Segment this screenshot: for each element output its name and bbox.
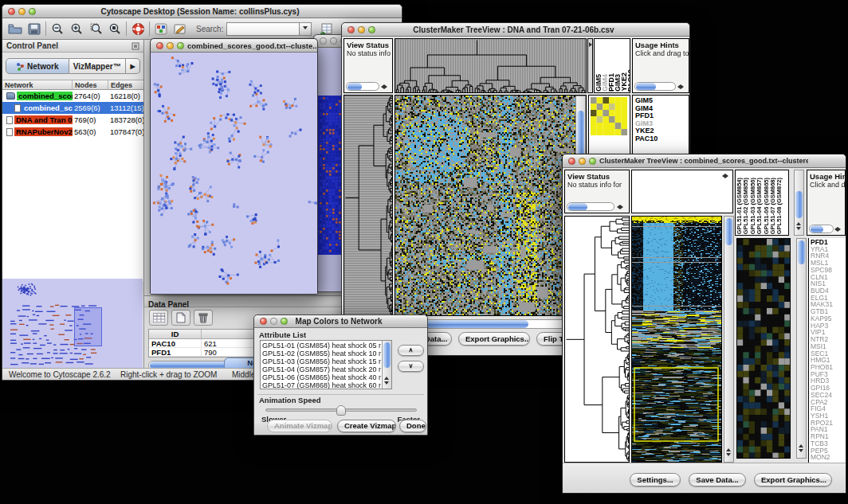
table-col-id[interactable]: ID: [149, 330, 202, 338]
gene-dendrogram-pane[interactable]: [344, 95, 393, 316]
attribute-list-item[interactable]: GPL51-01 (GSM854) heat shock 05 min: [261, 342, 381, 350]
edge-count: 183728(0): [108, 115, 143, 124]
network-name: combined_sco: [22, 104, 73, 112]
export-graphics-button[interactable]: Export Graphics...: [754, 473, 832, 486]
view-status-scrollbar[interactable]: [567, 202, 614, 211]
zoom-button[interactable]: [177, 42, 184, 49]
create-vizmap-button[interactable]: Create Vizmap: [337, 420, 396, 432]
float-panel-icon[interactable]: [132, 39, 139, 53]
usage-hints-title: Usage Hints: [633, 39, 689, 49]
divider-strip[interactable]: [587, 38, 593, 93]
move-up-button[interactable]: ∧: [398, 345, 424, 356]
minimize-button[interactable]: [358, 26, 365, 33]
create-attribute-button[interactable]: [171, 310, 190, 326]
move-down-button[interactable]: ∨: [398, 361, 424, 372]
attribute-list-item[interactable]: GPL51-03 (GSM856) heat shock 15 min: [261, 357, 381, 365]
window-controls: [8, 8, 36, 15]
minimize-button[interactable]: [270, 318, 277, 325]
attribute-list-scrollbar[interactable]: [382, 341, 391, 389]
usage-hints-panel: Usage Hints Click and drag to: [807, 170, 846, 236]
minimize-button[interactable]: [167, 42, 174, 49]
zoom-button[interactable]: [281, 318, 288, 325]
network-list-row[interactable]: RNAPuberNov2+563(0)107847(0): [2, 126, 143, 138]
zoom-in-button[interactable]: [67, 21, 86, 37]
attribute-list-item[interactable]: GPL51-07 (GSM868) heat shock 60 min: [261, 381, 381, 389]
network1-title-bar[interactable]: combined_scores_good.txt--cluste...: [151, 39, 317, 53]
global-view-vscrollbar[interactable]: [724, 216, 734, 463]
close-button[interactable]: [8, 8, 15, 15]
network-list-row[interactable]: combined_sco2569(6)13112(15): [2, 102, 143, 114]
zoom-selected-button[interactable]: [86, 21, 105, 37]
attribute-list-label: Attribute List: [259, 330, 306, 339]
attribute-list-item[interactable]: GPL51-06 (GSM865) heat shock 40 min: [261, 373, 381, 381]
heatmap-global-view[interactable]: [395, 95, 587, 316]
settings-button[interactable]: Settings...: [630, 473, 681, 486]
animate-vizmap-button[interactable]: Animate Vizmap: [267, 420, 332, 432]
zoom-button[interactable]: [368, 26, 375, 33]
attribute-list-item[interactable]: GPL51-04 (GSM857) heat shock 20 min: [261, 365, 381, 373]
gene-dendrogram-pane[interactable]: [564, 216, 630, 463]
edge-count: 107847(0): [108, 127, 143, 136]
zoom-view-vscrollbar[interactable]: [796, 238, 807, 459]
network-table-header[interactable]: Network Nodes Edges: [2, 80, 143, 90]
search-dropdown-button[interactable]: [300, 22, 312, 36]
control-panel-title: Control Panel: [2, 41, 132, 50]
open-session-button[interactable]: [6, 21, 25, 37]
attribute-list-item[interactable]: GPL51-02 (GSM855) heat shock 10 min: [261, 350, 381, 357]
done-button[interactable]: Done: [399, 420, 426, 432]
column-label: GPL51-08 (GSM872): [776, 178, 783, 234]
tab-vizmapper[interactable]: VizMapper™: [69, 58, 126, 74]
network-list-row[interactable]: DNA and Tran 07769(0)183728(0): [2, 114, 143, 126]
delete-attribute-button[interactable]: [194, 310, 213, 326]
view-status-message: No status info for: [344, 49, 392, 57]
main-title-bar[interactable]: Cytoscape Desktop (Session Name: collins…: [2, 5, 402, 18]
close-button[interactable]: [320, 37, 327, 45]
vizmapper-icon-button[interactable]: [151, 21, 171, 37]
cell-id: PAC10: [149, 339, 202, 347]
close-button[interactable]: [568, 158, 575, 165]
zoom-button[interactable]: [29, 8, 36, 15]
search-input[interactable]: [226, 22, 300, 36]
zoom-fit-button[interactable]: [105, 21, 124, 37]
annotation-button[interactable]: [171, 21, 190, 37]
tab-network[interactable]: Network: [6, 58, 69, 74]
help-button[interactable]: [128, 21, 147, 37]
attribute-select-button[interactable]: [149, 310, 168, 326]
attribute-list[interactable]: GPL51-01 (GSM854) heat shock 05 minGPL51…: [260, 340, 392, 389]
heatmap-global-view[interactable]: [631, 216, 722, 463]
dialog-title-bar[interactable]: Map Colors to Network: [254, 315, 427, 328]
view-status-scrollbar[interactable]: [346, 82, 379, 91]
animation-speed-slider[interactable]: [265, 408, 417, 412]
network-list-row[interactable]: combined_scores2764(0)16218(0): [2, 90, 143, 102]
edge-count: 16218(0): [108, 92, 143, 100]
animation-speed-label: Animation Speed: [259, 396, 321, 404]
close-button[interactable]: [260, 318, 267, 325]
minimize-button[interactable]: [18, 8, 26, 15]
network-view-canvas[interactable]: [151, 53, 317, 294]
treeview2-title-bar[interactable]: ClusterMaker TreeView : combined_scores_…: [563, 154, 846, 168]
column-labels-scrollbar[interactable]: [794, 170, 804, 236]
slider-thumb[interactable]: [336, 405, 346, 416]
minimize-button[interactable]: [579, 158, 586, 165]
column-dendrogram-pane[interactable]: [631, 170, 733, 213]
heatmap-zoom-view[interactable]: [736, 238, 791, 459]
birdseye-view-canvas[interactable]: [2, 279, 143, 368]
control-panel: Control Panel Network VizMapper™ ▶ Netwo…: [2, 40, 144, 368]
export-graphics-button[interactable]: Export Graphics...: [458, 332, 530, 346]
minimize-button[interactable]: [330, 37, 337, 45]
column-label: GPL51-04 (GSM857): [756, 178, 763, 234]
usage-hints-scrollbar[interactable]: [634, 82, 676, 91]
treeview1-title-bar[interactable]: ClusterMaker TreeView : DNA and Tran 07-…: [342, 23, 689, 37]
tab-overflow-button[interactable]: ▶: [126, 58, 140, 74]
status-zoom-hint: Right-click + drag to ZOOM: [120, 370, 217, 379]
usage-hints-scrollbar[interactable]: [809, 225, 834, 233]
zoom-button[interactable]: [589, 158, 596, 165]
save-data-button[interactable]: Save Data...: [689, 473, 746, 486]
network-list: combined_scores2764(0)16218(0)combined_s…: [2, 90, 143, 281]
save-session-button[interactable]: [25, 21, 44, 37]
close-button[interactable]: [347, 26, 355, 33]
node-count: 563(0): [73, 127, 108, 136]
column-dendrogram-pane[interactable]: [395, 38, 587, 93]
zoom-out-button[interactable]: [48, 21, 67, 37]
close-button[interactable]: [156, 42, 163, 49]
